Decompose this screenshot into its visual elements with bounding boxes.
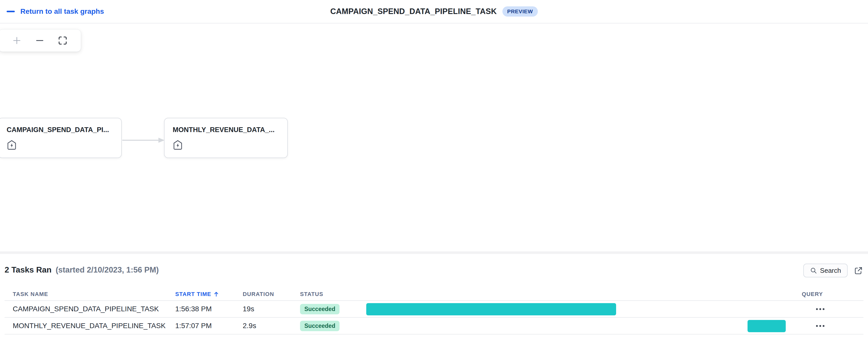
edge-arrow [122,137,165,143]
page-title-group: CAMPAIGN_SPEND_DATA_PIPELINE_TASK PREVIE… [330,0,538,23]
task-node-label: CAMPAIGN_SPEND_DATA_PI... [7,126,113,134]
row-actions-button[interactable] [813,323,827,329]
cell-duration: 19s [243,305,300,313]
back-link-label: Return to all task graphs [20,7,104,16]
task-node-label: MONTHLY_REVENUE_DATA_... [173,126,279,134]
gantt-bar[interactable] [366,303,616,315]
page-title: CAMPAIGN_SPEND_DATA_PIPELINE_TASK [330,7,497,16]
graph-zoom-controls [0,29,81,52]
tasks-ran-subtitle: (started 2/10/2023, 1:56 PM) [56,266,159,275]
status-badge: Succeeded [300,321,340,331]
back-dash-icon [7,11,15,12]
col-header-duration[interactable]: DURATION [243,291,300,298]
table-row[interactable]: CAMPAIGN_SPEND_DATA_PIPELINE_TASK 1:56:3… [5,301,863,318]
col-header-gantt-spacer [366,288,787,300]
preview-badge: PREVIEW [502,6,538,17]
cell-status: Succeeded [300,321,366,331]
cell-query [787,306,863,312]
back-to-task-graphs-link[interactable]: Return to all task graphs [7,0,104,23]
task-graph-canvas[interactable]: CAMPAIGN_SPEND_DATA_PI... MONTHLY_REVENU… [0,24,868,251]
table-header-row: TASK NAME START TIME DURATION STATUS QUE… [5,288,863,301]
cell-query [787,323,863,329]
cell-start-time: 1:56:38 PM [175,305,243,313]
search-icon [810,267,817,274]
fit-to-view-button[interactable] [55,32,71,49]
task-bolt-icon [173,139,183,150]
col-header-start-time[interactable]: START TIME [175,291,243,298]
plus-icon [12,35,22,46]
tasks-ran-table: TASK NAME START TIME DURATION STATUS QUE… [5,288,863,334]
sort-ascending-icon [213,291,219,297]
search-button-label: Search [820,267,841,275]
top-bar: Return to all task graphs CAMPAIGN_SPEND… [0,0,868,24]
col-header-task-name[interactable]: TASK NAME [5,291,175,298]
tasks-ran-panel: 2 Tasks Ran (started 2/10/2023, 1:56 PM)… [0,254,868,361]
cell-task-name: MONTHLY_REVENUE_DATA_PIPELINE_TASK [5,322,175,330]
fit-view-icon [57,35,68,46]
cell-status: Succeeded [300,304,366,314]
cell-start-time: 1:57:07 PM [175,322,243,330]
gantt-bar[interactable] [747,320,786,332]
minus-icon [35,35,45,46]
tasks-ran-heading: 2 Tasks Ran (started 2/10/2023, 1:56 PM) [5,265,159,275]
tasks-ran-title: 2 Tasks Ran [5,265,52,275]
search-button[interactable]: Search [803,263,848,277]
status-badge: Succeeded [300,304,340,314]
zoom-out-button[interactable] [32,32,48,49]
cell-duration: 2.9s [243,322,300,330]
col-header-status[interactable]: STATUS [300,291,366,298]
cell-gantt-track [366,301,787,317]
task-node-monthly-revenue[interactable]: MONTHLY_REVENUE_DATA_... [164,118,288,158]
task-bolt-icon [7,139,17,150]
zoom-in-button[interactable] [9,32,25,49]
col-header-query: QUERY [787,291,863,298]
row-actions-button[interactable] [813,306,827,312]
task-node-campaign-spend[interactable]: CAMPAIGN_SPEND_DATA_PI... [0,118,122,158]
panel-resize-handle[interactable] [0,251,868,254]
cell-task-name: CAMPAIGN_SPEND_DATA_PIPELINE_TASK [5,305,175,313]
open-in-new-button[interactable] [853,265,864,276]
external-link-icon [854,266,863,275]
table-row[interactable]: MONTHLY_REVENUE_DATA_PIPELINE_TASK 1:57:… [5,318,863,334]
cell-gantt-track [366,318,787,334]
